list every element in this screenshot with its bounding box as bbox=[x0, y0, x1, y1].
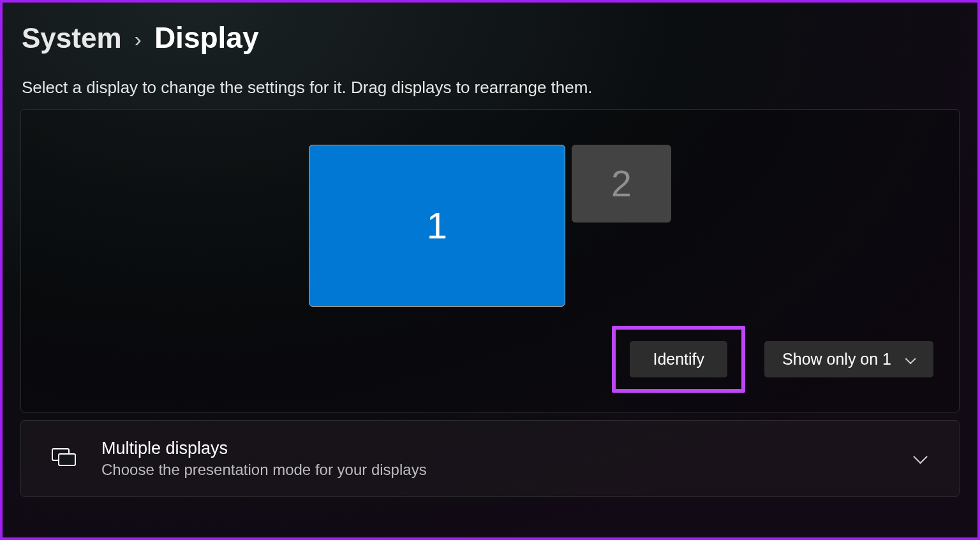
identify-button[interactable]: Identify bbox=[630, 341, 727, 377]
page-title: Display bbox=[154, 20, 259, 55]
breadcrumb: System › Display bbox=[22, 20, 960, 55]
monitor-2-label: 2 bbox=[611, 162, 632, 205]
display-arrangement-card: 1 2 Identify Show only on 1 bbox=[20, 109, 960, 412]
multiple-displays-title: Multiple displays bbox=[101, 439, 889, 458]
chevron-down-icon bbox=[905, 356, 916, 363]
projection-mode-selected-label: Show only on 1 bbox=[782, 350, 891, 369]
monitor-2[interactable]: 2 bbox=[572, 145, 671, 223]
multiple-displays-subtitle: Choose the presentation mode for your di… bbox=[101, 461, 889, 479]
monitor-1-label: 1 bbox=[427, 204, 447, 247]
monitor-stage: 1 2 bbox=[36, 125, 944, 326]
multiple-displays-expander[interactable]: Multiple displays Choose the presentatio… bbox=[20, 420, 960, 497]
breadcrumb-parent-system[interactable]: System bbox=[22, 22, 122, 54]
multiple-displays-icon bbox=[52, 448, 77, 469]
projection-mode-select[interactable]: Show only on 1 bbox=[764, 341, 933, 377]
chevron-down-icon bbox=[913, 454, 928, 463]
instruction-text: Select a display to change the settings … bbox=[22, 78, 960, 98]
annotation-highlight: Identify bbox=[612, 326, 745, 393]
breadcrumb-separator: › bbox=[135, 27, 142, 52]
monitor-1[interactable]: 1 bbox=[309, 145, 565, 307]
svg-rect-1 bbox=[59, 454, 75, 465]
